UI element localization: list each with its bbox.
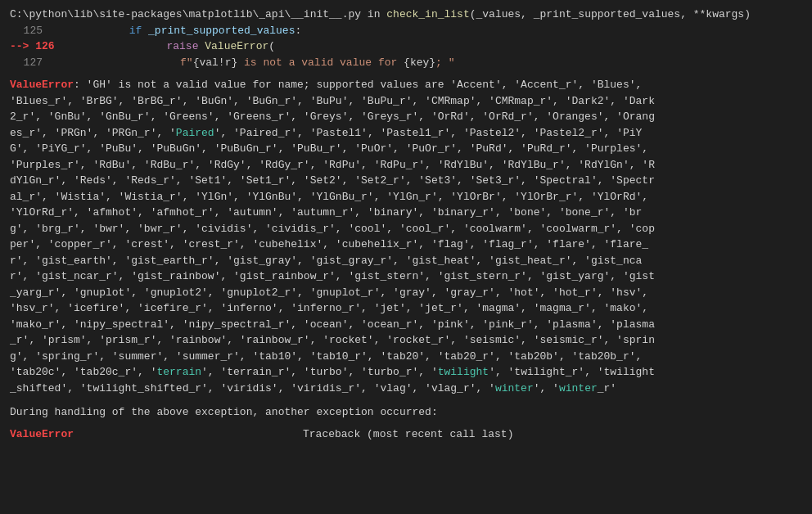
error-message-block: ValueError: 'GH' is not a valid value fo…: [10, 77, 802, 396]
terminal-window: C:\python\lib\site-packages\matplotlib\_…: [0, 0, 812, 449]
during-exception-message: During handling of the above exception, …: [10, 403, 802, 422]
file-path-line: C:\python\lib\site-packages\matplotlib\_…: [10, 7, 802, 23]
final-error-type: ValueError: [10, 426, 74, 443]
code-content-125: if _print_supported_values:: [52, 23, 301, 39]
error-type-label: ValueError: [10, 79, 74, 91]
traceback-text: Traceback (most recent call last): [303, 426, 513, 443]
line-number-125: 125: [10, 23, 43, 39]
line-arrow-126: --> 126: [10, 38, 55, 55]
line-number-127: 127: [10, 55, 43, 71]
code-content-126: raise ValueError(: [65, 38, 275, 55]
code-content-127: f"{val!r} is not a valid value for {key}…: [52, 55, 455, 71]
traceback-line: ValueError Traceback (most recent call l…: [10, 426, 802, 443]
code-line-125: 125 if _print_supported_values:: [10, 23, 802, 39]
code-line-127: 127 f"{val!r} is not a valid value for {…: [10, 55, 802, 71]
code-line-126: --> 126 raise ValueError(: [10, 38, 802, 55]
